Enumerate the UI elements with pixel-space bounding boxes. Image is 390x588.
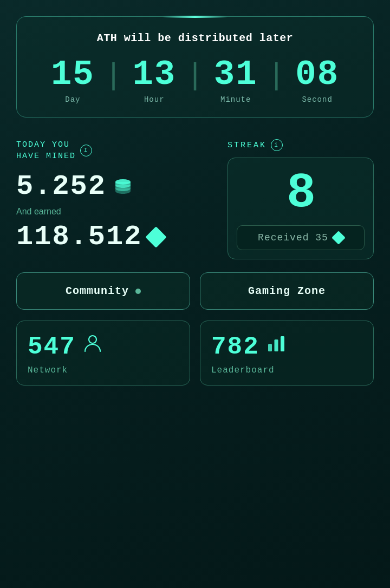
network-label: Network [28, 365, 179, 375]
svg-rect-3 [274, 339, 278, 351]
mined-info-icon[interactable]: i [80, 145, 92, 156]
timer-row: 15 Day | 13 Hour | 31 Minute | 08 Second [28, 57, 362, 104]
database-icon [113, 177, 133, 197]
received-text: Received 35 [258, 232, 328, 243]
streak-card: 8 Received 35 [227, 158, 374, 259]
stats-cards-row: 547 Network 782 Leaderboard [16, 321, 374, 386]
seconds-value: 08 [295, 57, 339, 92]
network-card[interactable]: 547 Network [16, 321, 190, 386]
timer-hours: 13 Hour [122, 57, 186, 104]
leaderboard-label: Leaderboard [211, 365, 362, 375]
mined-heading-text: TODAY YOU HAVE MINED [16, 139, 76, 162]
seconds-label: Second [302, 95, 332, 104]
gaming-zone-button[interactable]: Gaming Zone [200, 272, 374, 310]
ath-title: ATH will be distributed later [28, 32, 362, 44]
community-dot [135, 289, 141, 294]
svg-rect-4 [281, 336, 284, 351]
divider-3: | [268, 61, 286, 91]
leaderboard-number: 782 [211, 333, 259, 361]
gaming-zone-label: Gaming Zone [248, 285, 326, 297]
heading-line1: TODAY YOU [16, 140, 70, 149]
right-streak: STREAK i 8 Received 35 [227, 139, 374, 259]
streak-heading: STREAK i [227, 139, 374, 151]
days-value: 15 [51, 57, 95, 92]
bar-chart-icon [266, 333, 287, 361]
timer-minutes: 31 Minute [204, 57, 268, 104]
days-label: Day [65, 95, 80, 104]
mined-heading: TODAY YOU HAVE MINED i [16, 139, 217, 162]
network-value-row: 547 [28, 333, 179, 361]
streak-info-icon[interactable]: i [271, 139, 283, 151]
streak-value: 8 [287, 169, 315, 218]
stats-section: TODAY YOU HAVE MINED i 5.252 And earned … [16, 139, 374, 259]
community-button[interactable]: Community [16, 272, 190, 310]
countdown-card: ATH will be distributed later 15 Day | 1… [16, 16, 374, 117]
mined-number: 5.252 [16, 171, 106, 202]
hours-label: Hour [144, 95, 165, 104]
divider-2: | [186, 61, 204, 91]
diamond-icon [146, 226, 167, 248]
received-diamond-icon [332, 231, 345, 244]
earned-number: 118.512 [16, 221, 142, 253]
minutes-value: 31 [214, 57, 258, 92]
mined-value-row: 5.252 [16, 171, 217, 202]
hours-value: 13 [132, 57, 176, 92]
received-badge: Received 35 [237, 225, 365, 250]
timer-days: 15 Day [41, 57, 105, 104]
leaderboard-card[interactable]: 782 Leaderboard [200, 321, 374, 386]
minutes-label: Minute [220, 95, 251, 104]
leaderboard-value-row: 782 [211, 333, 362, 361]
person-icon [82, 333, 103, 361]
earned-value-row: 118.512 [16, 221, 217, 253]
earned-label: And earned [16, 207, 217, 217]
heading-line2: HAVE MINED [16, 152, 76, 161]
action-buttons-row: Community Gaming Zone [16, 272, 374, 310]
svg-point-1 [89, 336, 96, 343]
svg-rect-2 [268, 344, 272, 351]
network-number: 547 [28, 333, 76, 361]
streak-heading-text: STREAK [227, 141, 266, 150]
timer-seconds: 08 Second [285, 57, 349, 104]
divider-1: | [105, 61, 123, 91]
community-label: Community [66, 285, 129, 297]
left-stats: TODAY YOU HAVE MINED i 5.252 And earned … [16, 139, 217, 259]
